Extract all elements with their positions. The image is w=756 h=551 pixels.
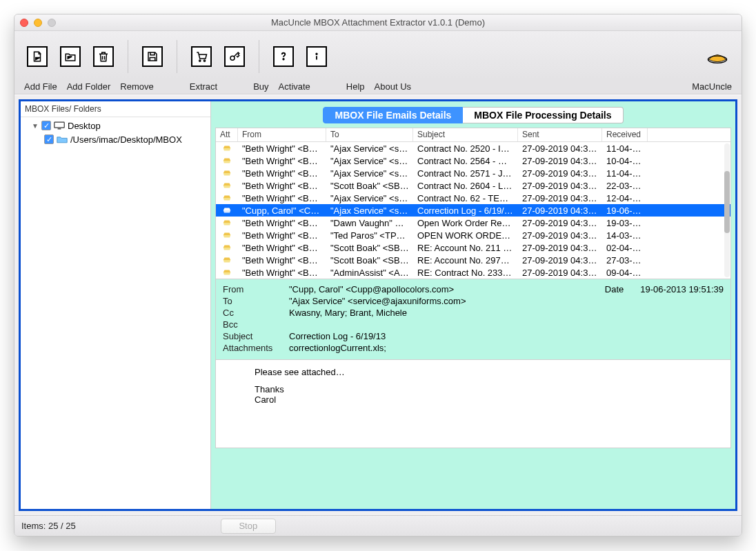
table-row[interactable]: "Beth Wright" <BW…"Scott Boak" <SBo…Cont… [216, 179, 730, 192]
about-label: About Us [373, 81, 412, 92]
received-cell: 12-04-2… [602, 192, 648, 204]
attachment-icon [222, 206, 232, 215]
att-cell [216, 167, 238, 179]
buy-label: Buy [252, 81, 270, 92]
table-row[interactable]: "Beth Wright" <BW…"Ted Paros" <TParo…OPE… [216, 229, 730, 241]
add-file-icon [31, 50, 43, 63]
table-row[interactable]: "Beth Wright" <BW…"Ajax Service" <ser…Co… [216, 154, 730, 167]
to-cell: "AdminAssist" <A2… [326, 266, 413, 279]
titlebar: MacUncle MBOX Attachment Extractor v1.0.… [14, 14, 742, 31]
detail-cc-label: Cc [223, 308, 289, 318]
detail-cc-value: Kwasny, Mary; Brant, Michele [289, 308, 724, 318]
received-cell: 11-04-20… [602, 142, 648, 154]
subject-cell: Contract No. 2571 - JA… [413, 167, 518, 179]
details-panel: MBOX File Emails Details MBOX File Proce… [211, 101, 735, 509]
help-button[interactable] [273, 46, 294, 67]
table-row[interactable]: "Beth Wright" <BW…"Ajax Service" <ser…Co… [216, 142, 730, 154]
received-cell: 11-04-20… [602, 167, 648, 179]
to-cell: "Scott Boak" <SBo… [326, 179, 413, 192]
main-area: MBOX Files/ Folders ▼ ✓ Desktop ✓ /Users… [14, 94, 742, 515]
to-cell: "Ajax Service" <ser… [326, 167, 413, 179]
tab-processing[interactable]: MBOX File Processing Details [463, 107, 623, 123]
cart-icon [195, 50, 208, 63]
tree-label: /Users/imac/Desktop/MBOX [70, 134, 182, 145]
attachment-icon [222, 156, 232, 166]
tree-label: Desktop [68, 121, 101, 131]
add-folder-icon [64, 50, 77, 63]
from-cell: "Beth Wright" <BW… [238, 154, 326, 167]
brand-logo-icon [706, 46, 729, 67]
to-cell: "Ajax Service" <ser… [326, 192, 413, 204]
col-to[interactable]: To [326, 128, 413, 141]
subject-cell: Contract No. 2604 - L… [413, 179, 518, 192]
svg-point-0 [199, 60, 201, 61]
checkbox[interactable]: ✓ [41, 121, 51, 130]
subject-cell: RE: Account No. 211 -… [413, 241, 518, 254]
tree-row-child[interactable]: ✓ /Users/imac/Desktop/MBOX [23, 132, 208, 146]
key-icon [228, 50, 241, 63]
att-cell [216, 229, 238, 241]
minimize-window-button[interactable] [34, 19, 42, 27]
table-row[interactable]: "Cupp, Carol" <Cup…"Ajax Service" <ser…C… [216, 204, 730, 217]
subject-cell: Contract No. 62 - TEC… [413, 192, 518, 204]
scrollbar[interactable] [724, 143, 730, 277]
checkbox[interactable]: ✓ [44, 134, 54, 144]
tree-row-root[interactable]: ▼ ✓ Desktop [23, 119, 208, 132]
disclosure-icon[interactable]: ▼ [32, 122, 39, 130]
maximize-window-button[interactable] [48, 19, 56, 27]
table-row[interactable]: "Beth Wright" <BW…"Scott Boak" <SBo…RE: … [216, 254, 730, 266]
info-icon [310, 50, 323, 63]
svg-point-1 [203, 60, 205, 61]
body-line: Carol [255, 394, 692, 405]
add-folder-button[interactable] [60, 46, 81, 67]
sent-cell: 27-09-2019 04:36… [518, 254, 602, 266]
buy-button[interactable] [191, 46, 212, 67]
subject-cell: Contract No. 2520 - IN… [413, 142, 518, 154]
save-icon [146, 50, 159, 63]
received-cell: 02-04-2… [602, 241, 648, 254]
detail-bcc-label: Bcc [223, 319, 289, 330]
close-window-button[interactable] [20, 19, 28, 27]
extract-button[interactable] [142, 46, 163, 67]
add-file-button[interactable] [27, 46, 48, 67]
sent-cell: 27-09-2019 04:36… [518, 192, 602, 204]
body-line: Thanks [255, 384, 692, 394]
stop-button[interactable]: Stop [221, 519, 276, 534]
sent-cell: 27-09-2019 04:36… [518, 179, 602, 192]
col-from[interactable]: From [238, 128, 326, 141]
att-cell [216, 204, 238, 217]
sidebar-header: MBOX Files/ Folders [21, 101, 210, 117]
svg-point-2 [230, 56, 235, 60]
table-row[interactable]: "Beth Wright" <BW…"Ajax Service" <ser…Co… [216, 167, 730, 179]
table-row[interactable]: "Beth Wright" <BW…"Dawn Vaughn" <d…Open … [216, 217, 730, 229]
desktop-icon [54, 121, 65, 130]
from-cell: "Beth Wright" <BW… [238, 142, 326, 154]
col-sent[interactable]: Sent [518, 128, 602, 141]
attachment-icon [222, 143, 232, 153]
add-folder-label: Add Folder [66, 81, 112, 92]
tab-emails[interactable]: MBOX File Emails Details [323, 107, 463, 123]
remove-button[interactable] [93, 46, 114, 67]
about-button[interactable] [306, 46, 327, 67]
scroll-thumb[interactable] [724, 171, 730, 233]
att-cell [216, 154, 238, 167]
detail-attachments-value: correctionlogCurrent.xls; [289, 343, 724, 353]
table-row[interactable]: "Beth Wright" <BW…"AdminAssist" <A2…RE: … [216, 266, 730, 279]
activate-button[interactable] [224, 46, 245, 67]
to-cell: "Ajax Service" <ser… [326, 154, 413, 167]
add-file-label: Add File [23, 81, 59, 92]
attachment-icon [222, 255, 232, 265]
received-cell: 19-03-2… [602, 217, 648, 229]
detail-to-label: To [223, 296, 289, 306]
table-row[interactable]: "Beth Wright" <BW…"Ajax Service" <ser…Co… [216, 192, 730, 204]
col-received[interactable]: Received [602, 128, 648, 141]
items-count: Items: 25 / 25 [21, 521, 76, 531]
from-cell: "Beth Wright" <BW… [238, 167, 326, 179]
col-att[interactable]: Att [216, 128, 238, 141]
sent-cell: 27-09-2019 04:36… [518, 154, 602, 167]
table-row[interactable]: "Beth Wright" <BW…"Scott Boak" <SBo…RE: … [216, 241, 730, 254]
subject-cell: Contract No. 2564 - W… [413, 154, 518, 167]
to-cell: "Ajax Service" <ser… [326, 204, 413, 217]
col-subject[interactable]: Subject [413, 128, 518, 141]
subject-cell: Correction Log - 6/19/13 [413, 204, 518, 217]
